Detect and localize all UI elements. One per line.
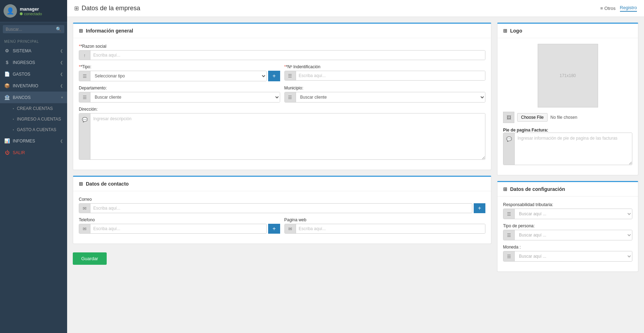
telefono-input[interactable]: [90, 224, 266, 233]
telefono-icon: ✉: [79, 224, 90, 233]
save-area: Guardar: [73, 250, 491, 268]
sidebar-item-label: INGRESOS: [13, 60, 35, 65]
sidebar-item-ingreso-cuentas[interactable]: INGRESO A CUENTAS: [0, 114, 67, 124]
depto-municipio-row: Departamento: ☰ Buscar cliente Municipio…: [79, 86, 485, 107]
search-icon: 🔍: [56, 27, 61, 32]
topbar-right: ≡ Otros Registro: [600, 5, 637, 12]
nro-id-icon: ☰: [285, 71, 296, 80]
departamento-select[interactable]: Buscar cliente: [90, 92, 280, 102]
sidebar-item-label: INVENTARIO: [13, 83, 38, 88]
tipo-icon: ☰: [79, 71, 90, 81]
tipo-persona-icon: ☰: [503, 230, 515, 240]
tipo-id-row: **Tipo: ☰ Seleccionar tipo Persona Natur…: [79, 64, 485, 86]
tipo-persona-label: Tipo de persona:: [503, 223, 632, 228]
resp-tributaria-group: Responsabilidad tributaria: ☰ Buscar aqu…: [503, 202, 632, 219]
chevron-icon: ❮: [60, 60, 63, 64]
direccion-textarea[interactable]: [90, 113, 485, 159]
inventario-icon: 📦: [4, 83, 10, 88]
tipo-persona-select[interactable]: Buscar aquí ...: [515, 230, 632, 240]
gastos-icon: 📄: [4, 71, 10, 77]
nro-id-input[interactable]: [296, 71, 485, 80]
telefono-add-button[interactable]: +: [268, 224, 280, 234]
depto-icon: ☰: [79, 92, 90, 102]
sidebar-item-label: SISTEMA: [13, 48, 31, 53]
correo-input-wrapper: ✉: [79, 203, 472, 213]
search-input[interactable]: [6, 27, 56, 32]
correo-input[interactable]: [90, 204, 472, 213]
direccion-icon: 💬: [79, 113, 90, 159]
sub-item-label: INGRESO A CUENTAS: [17, 117, 61, 122]
sidebar-item-ingresos[interactable]: $ INGRESOS ❮: [0, 57, 67, 68]
chevron-icon: ❮: [60, 84, 63, 88]
sub-item-label: CREAR CUENTAS: [17, 106, 53, 111]
tipo-select[interactable]: Seleccionar tipo Persona Natural Persona…: [90, 71, 266, 81]
page-content: ⊞ Información general **Razon social ↑: [67, 17, 644, 333]
direccion-label: Dirección:: [79, 107, 485, 112]
municipio-select[interactable]: Buscar cliente: [296, 92, 485, 102]
sidebar-item-salir[interactable]: ⏻ SALIR: [0, 147, 67, 158]
chevron-down-icon: ▾: [61, 95, 63, 99]
direccion-textarea-wrapper: 💬: [79, 113, 485, 160]
tipo-add-button[interactable]: +: [268, 71, 280, 81]
sidebar-item-crear-cuentas[interactable]: CREAR CUENTAS: [0, 103, 67, 114]
avatar: 👤: [4, 4, 17, 18]
direccion-group: Dirección: 💬: [79, 107, 485, 160]
user-info: manager conectado: [20, 6, 42, 16]
card-body-contacto: Correo ✉ + Telefono: [73, 191, 491, 244]
municipio-select-wrapper: ☰ Buscar cliente: [284, 92, 486, 103]
otros-link[interactable]: ≡ Otros: [600, 6, 615, 11]
status-dot: [20, 12, 23, 15]
card-datos-contacto: ⊞ Datos de contacto Correo ✉ +: [73, 176, 491, 244]
razon-social-input-wrapper: ↑: [79, 50, 485, 60]
sidebar-item-label: BANCOS: [13, 95, 31, 100]
card-datos-configuracion: ⊞ Datos de configuración Responsabilidad…: [497, 181, 638, 272]
pagina-web-input[interactable]: [296, 224, 485, 233]
sidebar-item-bancos[interactable]: 🏦 BANCOS ▾: [0, 92, 67, 103]
choose-file-button[interactable]: Choose File: [517, 113, 548, 122]
resp-tributaria-label: Responsabilidad tributaria:: [503, 202, 632, 207]
card-header-info-general: ⊞ Información general: [73, 24, 491, 38]
card-logo: ⊞ Logo 171x180 🖼 Choose File No file cho…: [497, 23, 638, 175]
pagina-web-input-wrapper: ✉: [284, 224, 486, 234]
sidebar-item-informes[interactable]: 📊 INFORMES ❮: [0, 135, 67, 147]
save-button[interactable]: Guardar: [73, 252, 107, 265]
departamento-group: Departamento: ☰ Buscar cliente: [79, 86, 280, 103]
card-header-contacto: ⊞ Datos de contacto: [73, 177, 491, 191]
departamento-select-wrapper: ☰ Buscar cliente: [79, 92, 280, 103]
salir-icon: ⏻: [4, 150, 10, 155]
menu-label: MENÚ PRINCIPAL: [0, 36, 67, 45]
chevron-icon: ❮: [60, 49, 63, 53]
registro-tab[interactable]: Registro: [620, 5, 637, 12]
page-title: ⊞ Datos de la empresa: [74, 5, 140, 12]
pie-pagina-group: Pie de pagina Factura: 💬: [503, 127, 632, 165]
sidebar-item-inventario[interactable]: 📦 INVENTARIO ❮: [0, 80, 67, 92]
ingresos-icon: $: [4, 60, 10, 65]
sidebar-item-label: GASTOS: [13, 72, 30, 77]
moneda-select[interactable]: Buscar aquí ...: [515, 251, 632, 261]
card-body-info-general: **Razon social ↑ **Tipo:: [73, 38, 491, 170]
resp-tributaria-select[interactable]: Buscar aquí ...: [515, 209, 632, 219]
sidebar-item-label: INFORMES: [13, 139, 35, 144]
grid-icon: ⊞: [74, 5, 79, 12]
telefono-input-wrapper: ✉: [79, 224, 267, 234]
pagina-web-icon: ✉: [285, 224, 296, 233]
topbar: ⊞ Datos de la empresa ≡ Otros Registro: [67, 0, 644, 17]
correo-add-button[interactable]: +: [474, 203, 485, 213]
main-content: ⊞ Datos de la empresa ≡ Otros Registro ⊞…: [67, 0, 644, 333]
pie-icon: 💬: [503, 133, 515, 165]
chevron-icon: ❮: [60, 139, 63, 143]
sidebar-username: manager: [20, 6, 42, 12]
razon-social-input[interactable]: [90, 51, 485, 60]
card-header-logo: ⊞ Logo: [497, 24, 638, 38]
correo-input-row: ✉ +: [79, 203, 485, 213]
sidebar-item-gasto-cuentas[interactable]: GASTO A CUENTAS: [0, 124, 67, 135]
sidebar-search-box[interactable]: 🔍: [3, 25, 64, 33]
sidebar-item-sistema[interactable]: ⚙ SISTEMA ❮: [0, 45, 67, 57]
sidebar-item-gastos[interactable]: 📄 GASTOS ❮: [0, 68, 67, 80]
pie-textarea[interactable]: [515, 133, 632, 165]
file-upload-row: 🖼 Choose File No file chosen: [503, 112, 632, 123]
correo-icon: ✉: [79, 204, 90, 213]
grid-icon: ⊞: [503, 28, 507, 34]
correo-label: Correo: [79, 197, 485, 202]
no-file-chosen-label: No file chosen: [550, 115, 577, 120]
